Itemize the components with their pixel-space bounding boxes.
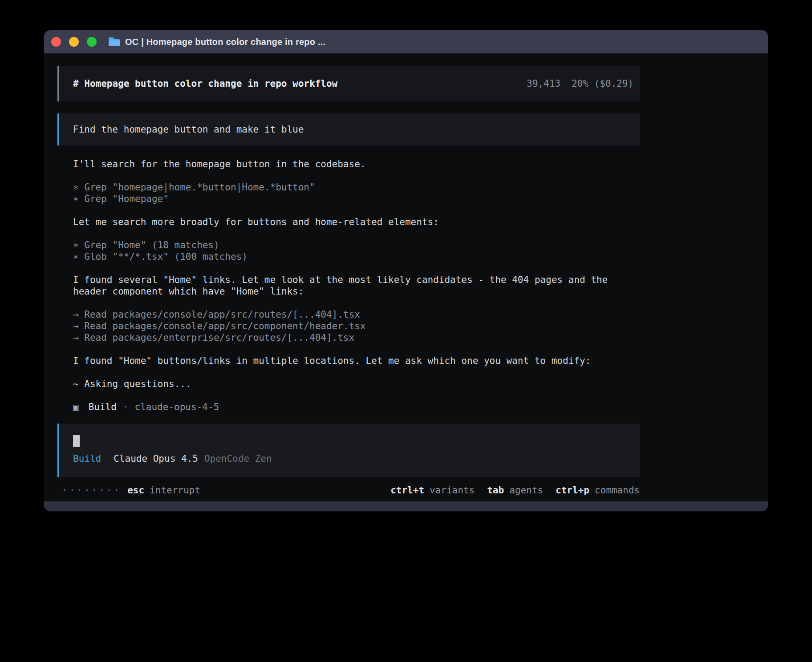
assistant-text-line: ~ Asking questions... bbox=[73, 378, 640, 390]
tool-call-line: → Read packages/console/app/src/routes/[… bbox=[73, 309, 640, 320]
model-label: Claude Opus 4.5 bbox=[114, 453, 198, 464]
agent-name: Build bbox=[89, 401, 117, 413]
shortcut-interrupt: escinterrupt bbox=[127, 484, 200, 496]
user-message-text: Find the homepage button and make it blu… bbox=[73, 124, 304, 135]
tool-call-line: → Read packages/console/app/src/componen… bbox=[73, 320, 640, 332]
tui-column: # Homepage button color change in repo w… bbox=[57, 66, 640, 496]
zoom-window-button[interactable] bbox=[87, 37, 97, 47]
context-usage: 20% ($0.29) bbox=[572, 78, 633, 89]
minimize-window-button[interactable] bbox=[69, 37, 79, 47]
blank-line bbox=[73, 262, 640, 274]
terminal-content[interactable]: # Homepage button color change in repo w… bbox=[44, 53, 768, 501]
blank-line bbox=[73, 228, 640, 239]
window-frame-bottom bbox=[44, 501, 768, 511]
blank-line bbox=[73, 343, 640, 355]
tool-call-line: ∗ Grep "Home" (18 matches) bbox=[73, 239, 640, 251]
provider-label: OpenCode Zen bbox=[204, 453, 272, 464]
assistant-text-line: I found several "Home" links. Let me loo… bbox=[73, 274, 640, 297]
spinner-dots: ········ bbox=[62, 484, 121, 496]
session-header: # Homepage button color change in repo w… bbox=[57, 66, 640, 101]
folder-icon bbox=[108, 37, 120, 47]
session-meta: 39,413 20% ($0.29) bbox=[527, 78, 633, 89]
status-bar: ········ escinterrupt ctrl+tvariantstaba… bbox=[57, 484, 640, 496]
separator-dot: · bbox=[123, 401, 129, 413]
shortcut-variants: ctrl+tvariants bbox=[390, 484, 475, 496]
input-meta: Build Claude Opus 4.5 OpenCode Zen bbox=[73, 453, 640, 464]
traffic-lights bbox=[51, 37, 97, 47]
blank-line bbox=[73, 170, 640, 182]
agent-model: claude-opus-4-5 bbox=[135, 401, 219, 413]
terminal-window: OC | Homepage button color change in rep… bbox=[44, 30, 768, 511]
agent-status-line: ▣ Build · claude-opus-4-5 bbox=[57, 401, 640, 413]
desktop-background: OC | Homepage button color change in rep… bbox=[0, 0, 812, 662]
agent-square-icon: ▣ bbox=[73, 401, 79, 413]
assistant-text-line: I found "Home" buttons/links in multiple… bbox=[73, 355, 640, 367]
close-window-button[interactable] bbox=[51, 37, 61, 47]
blank-line bbox=[73, 367, 640, 378]
token-count: 39,413 bbox=[527, 78, 560, 89]
shortcut-commands: ctrl+pcommands bbox=[556, 484, 640, 496]
assistant-text-line: Let me search more broadly for buttons a… bbox=[73, 216, 640, 228]
window-title: OC | Homepage button color change in rep… bbox=[125, 37, 325, 47]
tool-call-line: ∗ Grep "homepage|home.*button|Home.*butt… bbox=[73, 182, 640, 193]
mode-label: Build bbox=[73, 453, 101, 464]
prompt-input[interactable]: Build Claude Opus 4.5 OpenCode Zen bbox=[57, 424, 640, 477]
conversation: I'll search for the homepage button in t… bbox=[57, 158, 640, 390]
tool-call-line: → Read packages/enterprise/src/routes/[.… bbox=[73, 332, 640, 343]
session-title: # Homepage button color change in repo w… bbox=[73, 78, 337, 89]
assistant-text-line: I'll search for the homepage button in t… bbox=[73, 158, 640, 170]
blank-line bbox=[73, 297, 640, 309]
shortcut-group: ctrl+tvariantstabagentsctrl+pcommands bbox=[390, 484, 640, 496]
blank-line bbox=[73, 205, 640, 216]
text-cursor bbox=[73, 435, 80, 447]
tool-call-line: ∗ Glob "**/*.tsx" (100 matches) bbox=[73, 251, 640, 262]
titlebar[interactable]: OC | Homepage button color change in rep… bbox=[44, 30, 768, 53]
tool-call-line: ∗ Grep "Homepage" bbox=[73, 193, 640, 205]
user-message: Find the homepage button and make it blu… bbox=[57, 113, 640, 145]
shortcut-agents: tabagents bbox=[487, 484, 543, 496]
